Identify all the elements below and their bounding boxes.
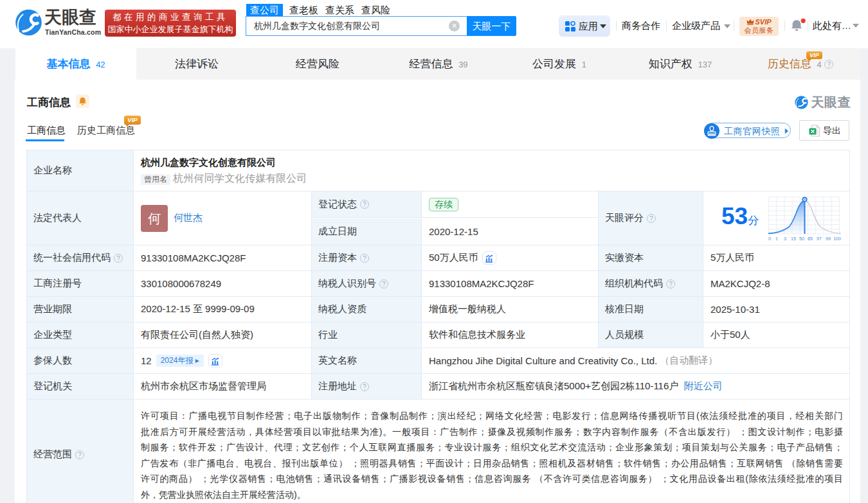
svg-text:50: 50: [799, 236, 804, 241]
svg-text:15: 15: [791, 236, 796, 241]
svg-text:85: 85: [808, 236, 813, 241]
svg-text:97: 97: [817, 236, 822, 241]
svg-text:100: 100: [833, 236, 841, 241]
svg-text:1: 1: [775, 236, 778, 241]
svg-text:99: 99: [826, 236, 831, 241]
svg-text:0: 0: [768, 236, 771, 241]
svg-text:3: 3: [784, 236, 786, 241]
